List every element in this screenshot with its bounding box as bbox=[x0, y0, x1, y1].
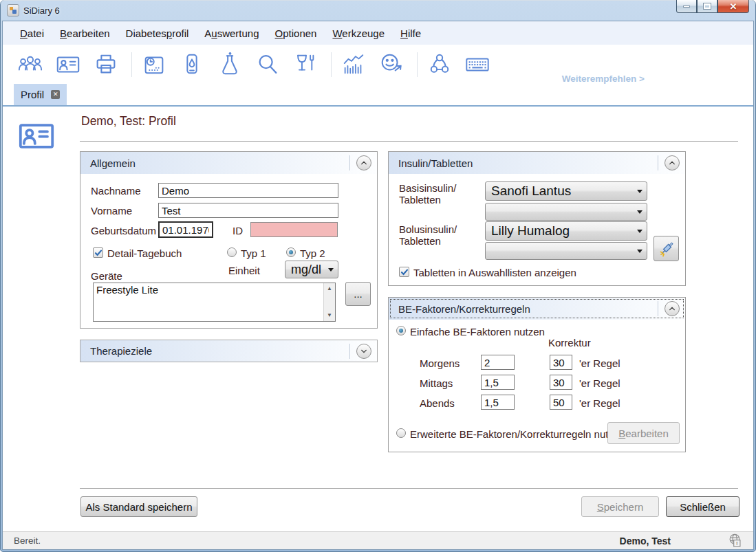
sync-button[interactable] bbox=[426, 51, 453, 78]
einfache-be-radio[interactable] bbox=[396, 326, 406, 335]
offline-globe-icon: ! bbox=[727, 533, 744, 549]
mittags-faktor-input[interactable] bbox=[481, 375, 515, 390]
status-bar: Bereit. Demo, Test ! bbox=[3, 531, 753, 549]
search-icon bbox=[255, 52, 281, 78]
abends-korrektur-input[interactable] bbox=[550, 395, 572, 410]
keyboard-icon bbox=[464, 52, 490, 78]
maximize-button[interactable] bbox=[697, 0, 717, 13]
morgens-regel-suffix: 'er Regel bbox=[579, 357, 620, 369]
typ1-label: Typ 1 bbox=[241, 247, 266, 259]
statistics-button[interactable] bbox=[340, 51, 367, 78]
toolbar-separator bbox=[331, 52, 332, 77]
morgens-label: Morgens bbox=[420, 357, 460, 369]
menu-optionen[interactable]: Optionen bbox=[269, 24, 323, 43]
einheit-label: Einheit bbox=[228, 265, 260, 276]
status-text: Bereit. bbox=[14, 536, 41, 546]
erweiterte-be-radio[interactable] bbox=[396, 428, 406, 438]
wellbeing-export-icon bbox=[378, 52, 404, 78]
bearbeiten-button[interactable]: Bearbeiten bbox=[607, 422, 680, 444]
insulin-panel-header[interactable]: Insulin/Tabletten bbox=[389, 152, 685, 174]
glucose-meter-button[interactable] bbox=[178, 51, 206, 78]
typ2-radio[interactable] bbox=[286, 247, 296, 257]
basisinsulin-value: Sanofi Lantus bbox=[491, 184, 633, 199]
therapieziele-panel-header[interactable]: Therapieziele bbox=[80, 340, 377, 362]
mittags-korrektur-input[interactable] bbox=[550, 375, 572, 390]
morgens-korrektur-input[interactable] bbox=[550, 355, 572, 370]
insulin-title: Insulin/Tabletten bbox=[398, 157, 473, 169]
menu-auswertung[interactable]: Auswertung bbox=[198, 24, 265, 43]
print-button[interactable] bbox=[92, 51, 120, 78]
morgens-faktor-input[interactable] bbox=[481, 355, 515, 370]
insulin-panel: Insulin/Tabletten Basisinsulin/Tabletten… bbox=[388, 151, 686, 286]
profile-page: Demo, Test: Profil Allgemein Nachname Vo… bbox=[3, 107, 753, 531]
bolusinsulin-combobox-2[interactable] bbox=[485, 242, 647, 260]
nutrition-button[interactable] bbox=[292, 51, 319, 78]
wellbeing-button[interactable] bbox=[378, 51, 405, 78]
menu-bar: Datei Bearbeiten Diabetesprofil Auswertu… bbox=[3, 21, 753, 45]
minimize-button[interactable] bbox=[676, 0, 697, 13]
tab-profil[interactable]: Profil ✕ bbox=[14, 84, 67, 105]
diary-button[interactable] bbox=[140, 51, 168, 78]
chevron-up-icon bbox=[360, 159, 368, 167]
weiterempfehlen-link[interactable]: Weiterempfehlen > bbox=[562, 74, 645, 84]
bolusinsulin-label: Bolusinsulin/Tabletten bbox=[399, 223, 457, 247]
window-title: SiDiary 6 bbox=[23, 5, 60, 16]
abends-faktor-input[interactable] bbox=[481, 395, 515, 410]
share-sync-icon bbox=[426, 52, 453, 78]
collapse-button[interactable] bbox=[356, 155, 371, 170]
speichern-button[interactable]: Speichern bbox=[581, 496, 659, 517]
chevron-up-icon bbox=[668, 159, 676, 167]
be-faktoren-panel-header[interactable]: BE-Faktoren/Korrekturregeln bbox=[389, 298, 685, 320]
geburtsdatum-input[interactable] bbox=[158, 221, 213, 238]
detail-tagebuch-checkbox[interactable] bbox=[93, 247, 103, 258]
window-controls: ✕ bbox=[676, 0, 749, 13]
chevron-down-icon bbox=[637, 230, 642, 233]
geraete-listbox[interactable]: Freestyle Lite ▲ ▼ bbox=[93, 283, 336, 322]
id-input[interactable] bbox=[250, 222, 338, 237]
check-icon bbox=[400, 268, 409, 276]
menu-datei[interactable]: Datei bbox=[14, 24, 50, 43]
menu-werkzeuge[interactable]: Werkzeuge bbox=[326, 24, 391, 43]
be-faktoren-panel: BE-Faktoren/Korrekturregeln Einfache BE-… bbox=[388, 297, 686, 452]
close-button[interactable]: ✕ bbox=[717, 0, 749, 13]
basisinsulin-combobox[interactable]: Sanofi Lantus bbox=[485, 181, 647, 201]
profile-button[interactable] bbox=[54, 51, 82, 78]
geraete-scrollbar[interactable]: ▲ ▼ bbox=[323, 283, 335, 321]
allgemein-panel-header[interactable]: Allgemein bbox=[80, 152, 377, 174]
scroll-down-icon[interactable]: ▼ bbox=[324, 310, 335, 321]
basisinsulin-label: Basisinsulin/Tabletten bbox=[399, 182, 456, 206]
einheit-combobox[interactable]: mg/dl bbox=[285, 261, 338, 278]
title-bar[interactable]: SiDiary 6 ✕ bbox=[0, 0, 756, 21]
divider bbox=[80, 141, 738, 142]
collapse-button[interactable] bbox=[665, 301, 680, 316]
bolusinsulin-combobox[interactable]: Lilly Humalog bbox=[485, 221, 647, 241]
search-button[interactable] bbox=[254, 51, 281, 78]
lab-values-button[interactable] bbox=[216, 51, 244, 78]
geraete-list-item[interactable]: Freestyle Lite bbox=[96, 284, 321, 296]
expand-button[interactable] bbox=[356, 344, 371, 359]
patients-button[interactable] bbox=[17, 51, 44, 78]
glucose-meter-icon bbox=[179, 52, 205, 78]
chevron-down-icon bbox=[637, 210, 642, 214]
svg-text:!: ! bbox=[736, 540, 738, 547]
insulin-wizard-button[interactable] bbox=[654, 236, 679, 261]
page-title: Demo, Test: Profil bbox=[81, 114, 176, 129]
tabletten-checkbox[interactable] bbox=[399, 267, 409, 277]
collapse-button[interactable] bbox=[665, 155, 680, 170]
app-logo-icon bbox=[7, 4, 19, 16]
tab-close-icon[interactable]: ✕ bbox=[51, 90, 60, 99]
menu-diabetesprofil[interactable]: Diabetesprofil bbox=[120, 24, 195, 43]
vorname-input[interactable] bbox=[158, 203, 338, 218]
nachname-input[interactable] bbox=[158, 183, 338, 198]
menu-hilfe[interactable]: Hilfe bbox=[394, 24, 427, 43]
typ1-radio[interactable] bbox=[227, 247, 237, 257]
basisinsulin-combobox-2[interactable] bbox=[485, 203, 647, 221]
keyboard-button[interactable] bbox=[464, 51, 491, 78]
be-faktoren-title: BE-Faktoren/Korrekturregeln bbox=[398, 303, 530, 315]
korrektur-label: Korrektur bbox=[548, 337, 591, 349]
menu-bearbeiten[interactable]: Bearbeiten bbox=[54, 24, 116, 43]
schliessen-button[interactable]: Schließen bbox=[666, 496, 739, 517]
geraete-browse-button[interactable]: ... bbox=[345, 282, 371, 306]
scroll-up-icon[interactable]: ▲ bbox=[324, 283, 335, 294]
als-standard-speichern-button[interactable]: Als Standard speichern bbox=[80, 496, 197, 517]
